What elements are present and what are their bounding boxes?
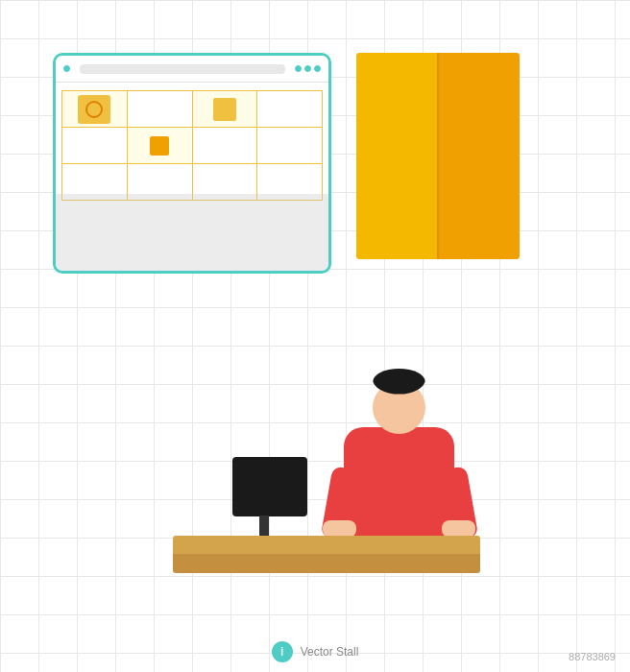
spreadsheet-table bbox=[61, 90, 323, 201]
browser-content bbox=[56, 83, 328, 208]
book-page-left bbox=[356, 53, 439, 259]
browser-dot-3 bbox=[304, 65, 311, 72]
book-page-right bbox=[439, 53, 520, 259]
table-cell-package-search bbox=[62, 91, 128, 128]
illustration-scene: i Vector Stall 88783869 bbox=[0, 0, 630, 672]
browser-dots-right bbox=[295, 65, 321, 72]
person-body bbox=[344, 427, 454, 538]
browser-toolbar bbox=[56, 56, 328, 83]
table-cell-empty-4 bbox=[192, 128, 257, 164]
browser-dot-4 bbox=[314, 65, 321, 72]
table-cell-package-tiny bbox=[127, 128, 192, 164]
desk-front bbox=[173, 554, 480, 573]
browser-dot-2 bbox=[295, 65, 302, 72]
browser-window bbox=[53, 53, 331, 274]
package-search-icon bbox=[78, 95, 110, 124]
package-small-icon bbox=[213, 98, 236, 121]
watermark-logo: i bbox=[272, 641, 293, 662]
package-tiny-icon bbox=[150, 136, 169, 156]
watermark-logo-letter: i bbox=[280, 645, 283, 659]
monitor-screen bbox=[232, 457, 307, 516]
table-cell-empty-2 bbox=[257, 91, 323, 128]
table-cell-empty-5 bbox=[257, 128, 323, 164]
watermark-id: 88783869 bbox=[569, 651, 616, 662]
watermark-container: i Vector Stall bbox=[0, 641, 630, 662]
browser-dot-1 bbox=[63, 65, 70, 72]
browser-addressbar bbox=[80, 64, 285, 74]
watermark-text: Vector Stall bbox=[301, 645, 359, 659]
yellow-book-folder bbox=[356, 53, 520, 259]
browser-content-overlay bbox=[56, 194, 328, 271]
table-cell-package-small bbox=[192, 91, 257, 128]
table-cell-empty-1 bbox=[127, 91, 192, 128]
table-cell-empty-3 bbox=[62, 128, 128, 164]
